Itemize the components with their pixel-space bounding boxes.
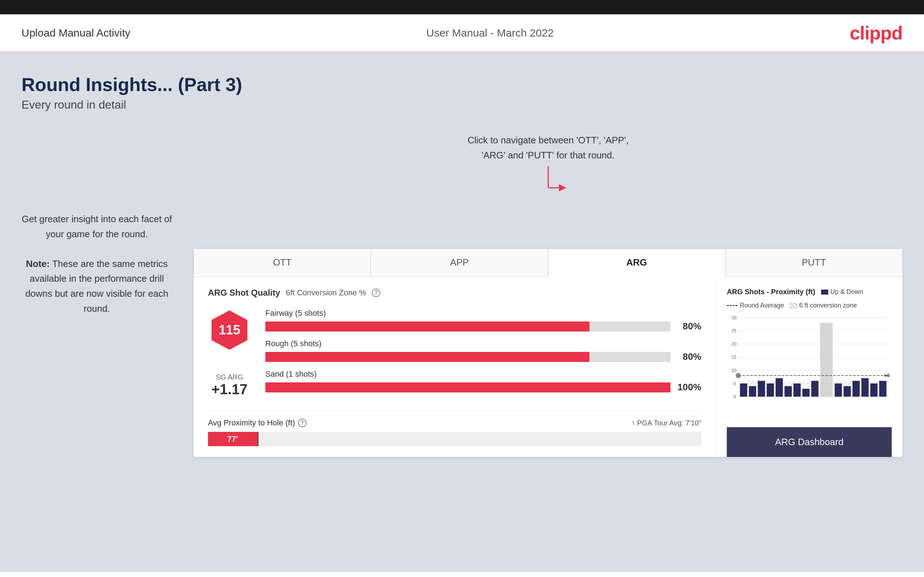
proximity-chart: 0 5 10 15 20 25 30 [727, 312, 892, 405]
sg-value: +1.17 [211, 381, 247, 397]
bars-section: 115 SG ARG +1.17 [208, 309, 701, 400]
legend-6ft-box [790, 303, 797, 308]
hexagon-badge: 115 [208, 309, 251, 351]
proximity-info-icon[interactable]: ? [298, 419, 307, 427]
proximity-label: Avg Proximity to Hole (ft) ? [208, 418, 307, 427]
header: Upload Manual Activity User Manual - Mar… [0, 15, 924, 52]
right-area: Click to navigate between 'OTT', 'APP', … [194, 133, 903, 457]
bar-rough-track [265, 352, 670, 362]
footer: Copyright Clippd 2021 [0, 572, 924, 577]
svg-rect-22 [758, 381, 765, 397]
svg-text:0: 0 [733, 394, 736, 400]
svg-text:20: 20 [732, 341, 737, 347]
svg-point-37 [736, 373, 741, 379]
page-title: Round Insights... (Part 3) [21, 74, 903, 95]
logo: clippd [850, 22, 903, 44]
svg-marker-2 [559, 184, 566, 191]
shot-quality-label: ARG Shot Quality [208, 288, 280, 298]
bar-sand-row: 100% [265, 382, 701, 393]
left-description: Get greater insight into each facet of y… [21, 212, 172, 316]
sg-section: SG ARG +1.17 [211, 373, 247, 397]
left-panel: Get greater insight into each facet of y… [21, 133, 172, 457]
chart-area: 0 5 10 15 20 25 30 [727, 312, 892, 420]
arg-section-header: ARG Shot Quality 6ft Conversion Zone % ? [208, 288, 701, 298]
svg-text:15: 15 [732, 355, 737, 360]
proximity-cursor [257, 432, 258, 446]
bar-rough: Rough (5 shots) 80% [265, 339, 701, 362]
tab-arg[interactable]: ARG [548, 249, 725, 277]
tab-bar: OTT APP ARG PUTT [194, 249, 903, 277]
hexagon-value: 115 [219, 322, 240, 338]
bar-sand: Sand (1 shots) 100% [265, 369, 701, 393]
manual-date-label: User Manual - March 2022 [426, 27, 554, 39]
proximity-section: Avg Proximity to Hole (ft) ? ↑ PGA Tour … [208, 411, 701, 446]
content-wrapper: Get greater insight into each facet of y… [21, 133, 903, 457]
nav-hint-arrow [527, 166, 570, 202]
bar-fairway-row: 80% [265, 321, 701, 332]
legend-up-down-box [821, 290, 828, 295]
chart-header: ARG Shots - Proximity (ft) Up & Down Rou… [727, 288, 892, 309]
svg-text:30: 30 [732, 315, 737, 321]
pga-tour-avg: ↑ PGA Tour Avg: 7'10" [632, 419, 701, 427]
svg-rect-30 [835, 384, 842, 397]
svg-rect-29 [820, 323, 833, 397]
svg-rect-28 [811, 381, 819, 397]
svg-rect-27 [803, 389, 809, 397]
card-left-panel: ARG Shot Quality 6ft Conversion Zone % ? [194, 277, 716, 457]
legend-round-avg: Round Average [727, 302, 784, 309]
main-content: Round Insights... (Part 3) Every round i… [0, 52, 924, 572]
proximity-bar-track: 77' [208, 432, 701, 446]
tab-putt[interactable]: PUTT [725, 249, 903, 277]
bar-fairway-label: Fairway (5 shots) [265, 309, 701, 318]
svg-rect-21 [749, 386, 756, 397]
legend-6ft: 6 ft conversion zone [790, 302, 857, 309]
nav-hint-text: Click to navigate between 'OTT', 'APP', … [194, 133, 903, 163]
round-card: OTT APP ARG PUTT [194, 249, 903, 457]
proximity-header: Avg Proximity to Hole (ft) ? ↑ PGA Tour … [208, 418, 701, 427]
svg-text:25: 25 [732, 328, 737, 334]
svg-rect-26 [793, 384, 801, 397]
bar-items: Fairway (5 shots) 80% [265, 309, 701, 400]
sg-label: SG ARG [211, 373, 247, 381]
bar-fairway-track [265, 321, 670, 332]
proximity-bar-fill: 77' [208, 432, 257, 446]
nav-hint-container: Click to navigate between 'OTT', 'APP', … [194, 133, 903, 202]
bar-rough-fill [265, 352, 590, 362]
svg-rect-32 [853, 381, 860, 397]
bar-rough-label: Rough (5 shots) [265, 339, 701, 348]
card-body: ARG Shot Quality 6ft Conversion Zone % ? [194, 277, 903, 457]
chart-title: ARG Shots - Proximity (ft) [727, 288, 815, 296]
bar-sand-pct: 100% [676, 382, 701, 393]
info-icon[interactable]: ? [372, 288, 380, 297]
hexagon-container: 115 SG ARG +1.17 [208, 309, 251, 397]
page-subtitle: Every round in detail [21, 98, 903, 111]
bar-fairway-pct: 80% [676, 321, 701, 332]
svg-rect-23 [767, 384, 774, 397]
svg-rect-33 [861, 378, 868, 397]
bar-fairway-fill [265, 321, 590, 332]
conversion-label: 6ft Conversion Zone % [286, 288, 366, 297]
legend-round-avg-line [727, 305, 738, 306]
card-right-panel: ARG Shots - Proximity (ft) Up & Down Rou… [716, 277, 903, 457]
arg-dashboard-button[interactable]: ARG Dashboard [727, 427, 892, 457]
legend-up-down: Up & Down [821, 288, 863, 296]
top-bar [0, 0, 924, 15]
svg-rect-31 [844, 386, 851, 397]
bar-sand-label: Sand (1 shots) [265, 369, 701, 379]
svg-rect-25 [785, 386, 792, 397]
svg-rect-35 [879, 381, 886, 397]
svg-rect-24 [775, 378, 783, 397]
svg-text:10: 10 [732, 368, 737, 373]
tab-ott[interactable]: OTT [194, 249, 371, 277]
svg-rect-34 [870, 384, 877, 397]
svg-text:5: 5 [733, 381, 736, 386]
bar-rough-pct: 80% [676, 351, 701, 362]
tab-app[interactable]: APP [371, 249, 548, 277]
bar-fairway: Fairway (5 shots) 80% [265, 309, 701, 332]
upload-manual-label: Upload Manual Activity [21, 27, 131, 39]
bar-sand-track [265, 382, 670, 392]
bar-sand-fill [265, 382, 670, 392]
bar-rough-row: 80% [265, 351, 701, 362]
svg-rect-20 [740, 384, 747, 397]
